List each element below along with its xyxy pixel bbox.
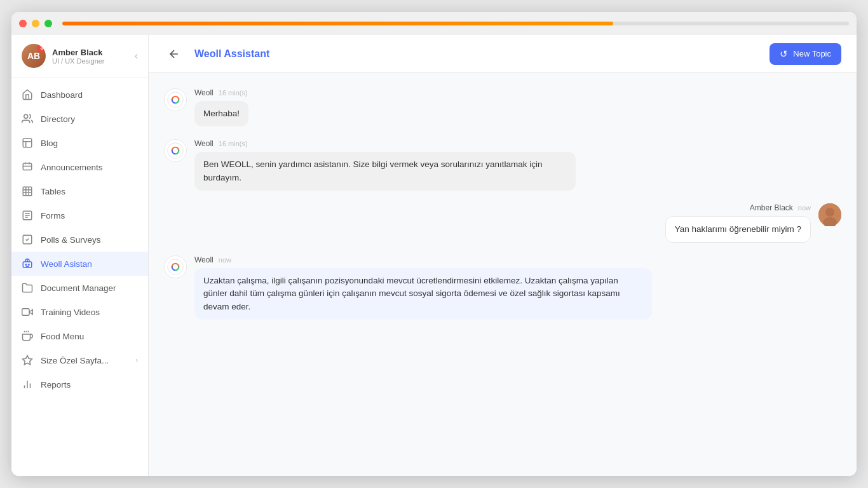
- bot-avatar-2: [164, 139, 187, 162]
- user-profile[interactable]: AB 3 Amber Black UI / UX Designer ‹: [11, 35, 148, 78]
- table-icon: [22, 186, 33, 197]
- sidebar-item-label: Document Manager: [41, 283, 116, 293]
- svg-point-23: [168, 259, 184, 275]
- people-icon: [22, 113, 33, 125]
- new-topic-label: New Topic: [793, 49, 831, 58]
- sidebar-item-directory[interactable]: Directory: [11, 107, 148, 131]
- page-title: Weoll Assistant: [194, 48, 759, 60]
- sidebar-item-size-ozel[interactable]: Size Özel Sayfa... ›: [11, 348, 148, 372]
- svg-marker-9: [29, 309, 32, 315]
- message-content-2: Weoll 16 min(s) Ben WEOLL, senin yardımc…: [194, 139, 576, 191]
- message-time-1: 16 min(s): [219, 89, 248, 97]
- message-time-2: 16 min(s): [219, 140, 248, 147]
- sidebar-item-label: Size Özel Sayfa...: [41, 356, 109, 365]
- polls-icon: [22, 234, 33, 245]
- message-meta-2: Weoll 16 min(s): [194, 139, 576, 148]
- sidebar-item-label: Directory: [41, 114, 75, 124]
- message-sender-4: Weoll: [194, 255, 214, 264]
- message-group-2: Weoll 16 min(s) Ben WEOLL, senin yardımc…: [164, 139, 841, 191]
- svg-point-18: [168, 92, 184, 108]
- message-bubble-1: Merhaba!: [194, 101, 248, 126]
- sidebar: AB 3 Amber Black UI / UX Designer ‹ Dash…: [11, 35, 149, 476]
- message-sender-1: Weoll: [194, 88, 214, 97]
- svg-point-0: [24, 114, 28, 118]
- sidebar-item-label: Food Menu: [41, 332, 84, 341]
- title-bar: [11, 12, 857, 35]
- message-bubble-3: Yan haklarımı öğrenebilir miyim ?: [665, 216, 811, 243]
- sidebar-item-reports[interactable]: Reports: [11, 372, 148, 396]
- sidebar-item-dashboard[interactable]: Dashboard: [11, 83, 148, 107]
- sidebar-item-label: Tables: [41, 187, 65, 196]
- sidebar-item-label: Reports: [41, 380, 71, 390]
- main-layout: AB 3 Amber Black UI / UX Designer ‹ Dash…: [11, 35, 857, 476]
- bot-avatar-4: [164, 255, 187, 278]
- reports-icon: [22, 379, 33, 390]
- svg-point-8: [29, 264, 30, 266]
- sidebar-item-announcements[interactable]: Announcements: [11, 155, 148, 179]
- user-avatar-small: [818, 203, 841, 226]
- star-icon: [22, 355, 33, 366]
- svg-rect-1: [23, 139, 32, 147]
- minimize-button[interactable]: [32, 20, 39, 27]
- message-bubble-4: Uzaktan çalışma, ilgili çalışanın pozisy…: [194, 268, 652, 320]
- sidebar-item-food-menu[interactable]: Food Menu: [11, 324, 148, 348]
- sidebar-item-label: Blog: [41, 139, 58, 148]
- folder-icon: [22, 282, 33, 294]
- new-topic-button[interactable]: ↺ New Topic: [770, 43, 841, 65]
- sidebar-item-label: Weoll Asistan: [41, 259, 92, 269]
- sidebar-item-blog[interactable]: Blog: [11, 131, 148, 155]
- sidebar-item-training-videos[interactable]: Training Videos: [11, 300, 148, 324]
- user-info: Amber Black UI / UX Designer: [52, 48, 128, 65]
- svg-rect-3: [23, 187, 32, 196]
- robot-icon: [22, 258, 33, 269]
- message-meta-1: Weoll 16 min(s): [194, 88, 248, 97]
- svg-point-7: [25, 264, 27, 266]
- refresh-icon: ↺: [780, 48, 788, 60]
- user-name: Amber Black: [52, 48, 128, 57]
- svg-point-21: [825, 208, 834, 217]
- back-button[interactable]: [164, 44, 184, 64]
- title-bar-progress-fill: [62, 22, 613, 25]
- sidebar-item-label: Forms: [41, 211, 65, 220]
- message-time-4: now: [219, 256, 231, 264]
- sidebar-item-forms[interactable]: Forms: [11, 203, 148, 227]
- user-role: UI / UX Designer: [52, 57, 128, 65]
- avatar: AB 3: [22, 44, 46, 68]
- notification-badge: 3: [37, 44, 46, 53]
- sidebar-item-label: Dashboard: [41, 90, 83, 100]
- app-window: AB 3 Amber Black UI / UX Designer ‹ Dash…: [11, 12, 857, 476]
- svg-rect-10: [22, 309, 29, 316]
- sidebar-collapse-button[interactable]: ‹: [135, 50, 138, 62]
- chat-area[interactable]: Weoll 16 min(s) Merhaba!: [149, 73, 857, 476]
- forms-icon: [22, 210, 33, 221]
- blog-icon: [22, 137, 33, 149]
- message-group-1: Weoll 16 min(s) Merhaba!: [164, 88, 841, 126]
- message-bubble-2: Ben WEOLL, senin yardımcı asistanın. Siz…: [194, 152, 576, 191]
- sidebar-item-document-manager[interactable]: Document Manager: [11, 276, 148, 300]
- sidebar-item-label: Announcements: [41, 163, 103, 172]
- message-time-3: now: [798, 204, 811, 212]
- message-group-4: Weoll now Uzaktan çalışma, ilgili çalışa…: [164, 255, 841, 320]
- video-icon: [22, 306, 33, 318]
- food-icon: [22, 330, 33, 342]
- announce-icon: [22, 161, 33, 173]
- svg-point-19: [168, 143, 184, 159]
- content-area: Weoll Assistant ↺ New Topic: [149, 35, 857, 476]
- message-content-3: now Amber Black Yan haklarımı öğrenebili…: [665, 203, 811, 243]
- home-icon: [22, 89, 33, 100]
- chevron-right-icon: ›: [135, 356, 138, 365]
- message-meta-4: Weoll now: [194, 255, 652, 264]
- message-content-1: Weoll 16 min(s) Merhaba!: [194, 88, 248, 126]
- content-header: Weoll Assistant ↺ New Topic: [149, 35, 857, 73]
- svg-marker-14: [23, 356, 32, 365]
- message-content-4: Weoll now Uzaktan çalışma, ilgili çalışa…: [194, 255, 652, 320]
- sidebar-item-weoll-asistan[interactable]: Weoll Asistan: [11, 252, 148, 276]
- close-button[interactable]: [19, 20, 27, 27]
- message-group-3: now Amber Black Yan haklarımı öğrenebili…: [164, 203, 841, 243]
- maximize-button[interactable]: [44, 20, 52, 27]
- sidebar-item-polls-surveys[interactable]: Polls & Surveys: [11, 227, 148, 252]
- message-sender-2: Weoll: [194, 139, 214, 148]
- sidebar-nav: Dashboard Directory Blog: [11, 78, 148, 476]
- sidebar-item-label: Training Videos: [41, 308, 100, 317]
- sidebar-item-tables[interactable]: Tables: [11, 179, 148, 203]
